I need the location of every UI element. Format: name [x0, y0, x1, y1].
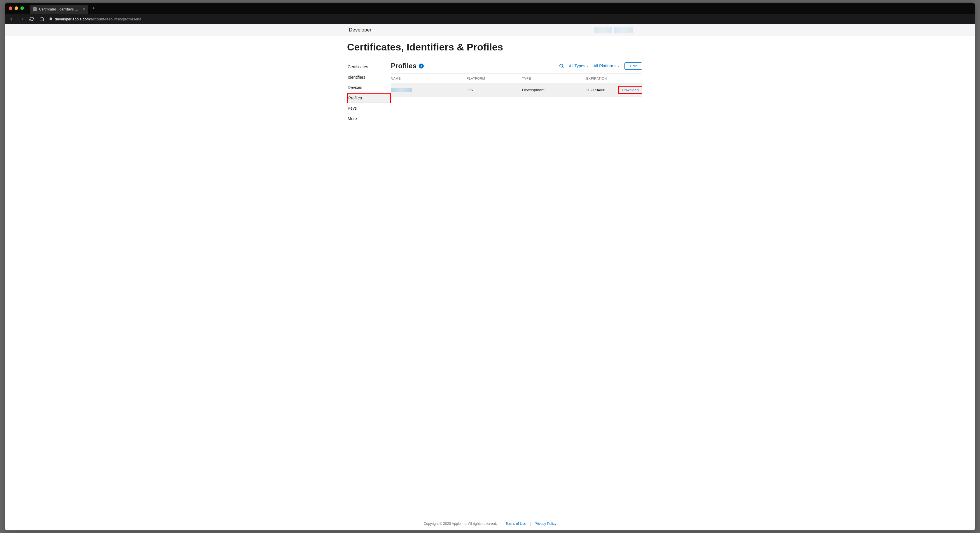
window-maximize-button[interactable] [21, 6, 24, 10]
search-icon[interactable] [559, 63, 564, 68]
url-path: /account/resources/profiles/list [90, 17, 141, 21]
window-close-button[interactable] [9, 6, 12, 10]
edit-button[interactable]: Edit [624, 62, 642, 70]
chevron-down-icon: ⌄ [617, 64, 620, 67]
column-header-platform[interactable]: PLATFORM [467, 77, 522, 80]
forward-button[interactable] [19, 17, 24, 21]
terms-link[interactable]: Terms of Use [501, 522, 526, 526]
browser-tab[interactable]: Certificates, Identifiers & Profiles × [30, 5, 88, 14]
back-button[interactable] [10, 17, 14, 21]
sidebar-nav: Certificates Identifiers Devices Profile… [347, 62, 391, 124]
panel-title: Profiles [391, 62, 417, 70]
table-row[interactable]: iOS Development 2021/04/08 Download [391, 83, 642, 97]
table-header-row: NAME ⌄ PLATFORM TYPE EXPIRATION [391, 73, 642, 83]
new-tab-button[interactable]: + [92, 6, 95, 11]
copyright-text: Copyright © 2020 Apple Inc. All rights r… [423, 522, 497, 526]
column-header-expiration[interactable]: EXPIRATION [586, 77, 618, 80]
reload-button[interactable] [29, 17, 34, 21]
browser-menu-button[interactable]: ⋮ [966, 16, 970, 22]
privacy-link[interactable]: Privacy Policy [530, 522, 557, 526]
browser-toolbar: developer.apple.com/account/resources/pr… [5, 14, 975, 24]
chevron-down-icon: ⌄ [587, 64, 589, 67]
url-domain: developer.apple.com [55, 17, 90, 21]
user-team-redacted[interactable] [614, 27, 633, 33]
profiles-table: NAME ⌄ PLATFORM TYPE EXPIRATION [391, 73, 642, 97]
page-content: Developer Certificates, Identifiers & Pr… [5, 24, 975, 530]
developer-logo[interactable]: Developer [347, 27, 372, 33]
tab-close-button[interactable]: × [83, 7, 85, 11]
row-expiration: 2021/04/08 [586, 88, 618, 92]
profiles-panel: Profiles + All Types ⌄ [391, 62, 642, 124]
sidebar-item-profiles[interactable]: Profiles [347, 93, 391, 103]
sort-indicator-icon: ⌄ [402, 77, 404, 80]
download-button[interactable]: Download [618, 86, 642, 94]
home-button[interactable] [39, 17, 45, 21]
page-title: Certificates, Identifiers & Profiles [347, 36, 633, 56]
sidebar-item-keys[interactable]: Keys [347, 103, 391, 114]
site-header: Developer [5, 24, 975, 36]
sidebar-item-devices[interactable]: Devices [347, 83, 391, 93]
filter-types-dropdown[interactable]: All Types ⌄ [569, 64, 589, 68]
filter-platforms-dropdown[interactable]: All Platforms ⌄ [593, 64, 620, 68]
browser-tab-bar: Certificates, Identifiers & Profiles × + [5, 3, 975, 14]
tab-favicon [33, 7, 37, 11]
window-controls [9, 6, 24, 10]
browser-window: Certificates, Identifiers & Profiles × +… [5, 3, 975, 530]
column-header-name[interactable]: NAME ⌄ [391, 77, 467, 80]
lock-icon [49, 17, 52, 21]
user-menu-area [594, 27, 633, 33]
sidebar-item-certificates[interactable]: Certificates [347, 62, 391, 72]
column-header-type[interactable]: TYPE [522, 77, 586, 80]
tab-title: Certificates, Identifiers & Profiles [39, 7, 81, 11]
address-field[interactable]: developer.apple.com/account/resources/pr… [49, 17, 961, 21]
profile-name-redacted [391, 88, 412, 92]
row-platform: iOS [467, 88, 522, 92]
sidebar-item-more[interactable]: More [347, 114, 391, 124]
page-footer: Copyright © 2020 Apple Inc. All rights r… [5, 517, 975, 530]
developer-brand-text: Developer [349, 27, 372, 33]
user-name-redacted[interactable] [594, 27, 612, 33]
window-minimize-button[interactable] [14, 6, 18, 10]
sidebar-item-identifiers[interactable]: Identifiers [347, 72, 391, 83]
row-type: Development [522, 88, 586, 92]
add-profile-button[interactable]: + [419, 64, 424, 68]
svg-point-0 [560, 64, 563, 67]
